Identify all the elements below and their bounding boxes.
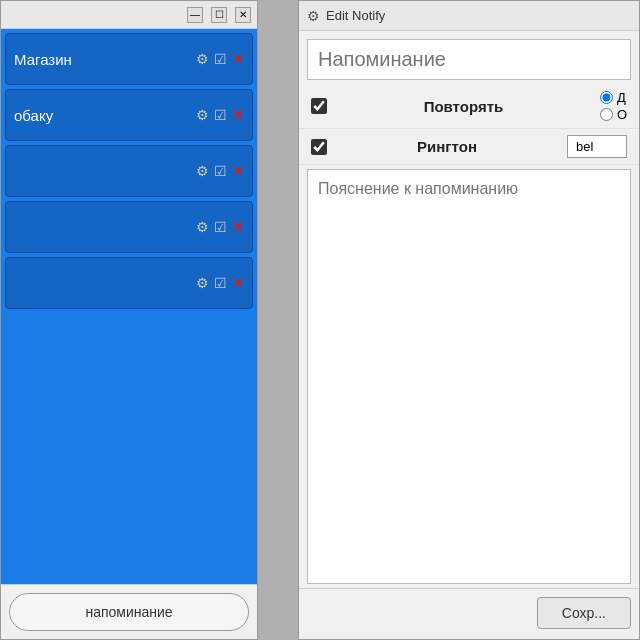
radio-o-label: О: [617, 107, 627, 122]
left-titlebar: — ☐ ✕: [1, 1, 257, 29]
radio-d[interactable]: [600, 91, 613, 104]
repeat-checkbox[interactable]: [311, 98, 327, 114]
list-item-icons: ⚙ ☑ ✕: [196, 51, 244, 67]
gap-area: [258, 0, 298, 640]
right-titlebar: ⚙ Edit Notify: [299, 1, 639, 31]
list-item[interactable]: обаку ⚙ ☑ ✕: [5, 89, 253, 141]
window-title: Edit Notify: [326, 8, 631, 23]
gear-icon[interactable]: ⚙: [196, 51, 209, 67]
list-item-icons: ⚙ ☑ ✕: [196, 219, 244, 235]
left-bottom-bar: напоминание: [1, 584, 257, 639]
right-window: ⚙ Edit Notify Повторять Д О Рингто: [298, 0, 640, 640]
ringtone-checkbox[interactable]: [311, 139, 327, 155]
list-item[interactable]: ⚙ ☑ ✕: [5, 201, 253, 253]
checkbox-icon[interactable]: ☑: [214, 219, 227, 235]
right-content: Повторять Д О Рингтон bel: [299, 31, 639, 588]
list-item-text: обаку: [14, 107, 196, 124]
delete-icon[interactable]: ✕: [232, 163, 244, 179]
checkbox-icon[interactable]: ☑: [214, 275, 227, 291]
radio-option-d[interactable]: Д: [600, 90, 627, 105]
checkbox-icon[interactable]: ☑: [214, 163, 227, 179]
delete-icon[interactable]: ✕: [232, 219, 244, 235]
gear-icon[interactable]: ⚙: [196, 275, 209, 291]
checkbox-icon[interactable]: ☑: [214, 107, 227, 123]
checkbox-icon[interactable]: ☑: [214, 51, 227, 67]
ringtone-value[interactable]: bel: [567, 135, 627, 158]
ringtone-label: Рингтон: [335, 138, 559, 155]
close-button[interactable]: ✕: [235, 7, 251, 23]
repeat-label: Повторять: [335, 98, 592, 115]
delete-icon[interactable]: ✕: [232, 275, 244, 291]
gear-icon[interactable]: ⚙: [196, 219, 209, 235]
radio-o[interactable]: [600, 108, 613, 121]
list-item-icons: ⚙ ☑ ✕: [196, 275, 244, 291]
list-item[interactable]: ⚙ ☑ ✕: [5, 257, 253, 309]
reminder-list: Магазин ⚙ ☑ ✕ обаку ⚙ ☑ ✕ ⚙ ☑ ✕: [1, 29, 257, 584]
delete-icon[interactable]: ✕: [232, 107, 244, 123]
list-item[interactable]: Магазин ⚙ ☑ ✕: [5, 33, 253, 85]
gear-icon[interactable]: ⚙: [196, 107, 209, 123]
minimize-button[interactable]: —: [187, 7, 203, 23]
delete-icon[interactable]: ✕: [232, 51, 244, 67]
ringtone-row: Рингтон bel: [299, 129, 639, 165]
list-item-icons: ⚙ ☑ ✕: [196, 163, 244, 179]
gear-icon[interactable]: ⚙: [196, 163, 209, 179]
title-input[interactable]: [307, 39, 631, 80]
radio-d-label: Д: [617, 90, 626, 105]
notes-textarea[interactable]: [307, 169, 631, 584]
repeat-radio-group: Д О: [600, 90, 627, 122]
add-reminder-button[interactable]: напоминание: [9, 593, 249, 631]
right-bottom-bar: Сохр...: [299, 588, 639, 639]
left-window: — ☐ ✕ Магазин ⚙ ☑ ✕ обаку ⚙ ☑ ✕ ⚙: [0, 0, 258, 640]
maximize-button[interactable]: ☐: [211, 7, 227, 23]
save-button[interactable]: Сохр...: [537, 597, 631, 629]
radio-option-o[interactable]: О: [600, 107, 627, 122]
list-item-text: Магазин: [14, 51, 196, 68]
gear-icon: ⚙: [307, 8, 320, 24]
list-item[interactable]: ⚙ ☑ ✕: [5, 145, 253, 197]
repeat-row: Повторять Д О: [299, 84, 639, 129]
list-item-icons: ⚙ ☑ ✕: [196, 107, 244, 123]
